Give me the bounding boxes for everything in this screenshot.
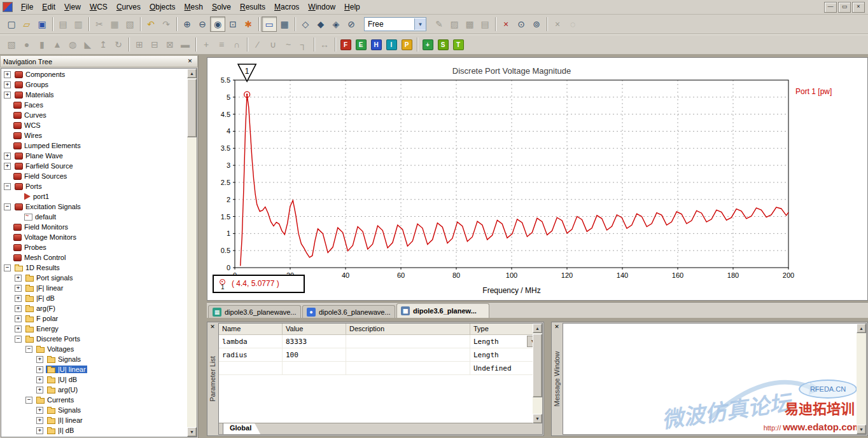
minimize-button[interactable]: — (824, 2, 837, 13)
message-scrollbar[interactable]: ▲ ▼ (857, 324, 866, 434)
parameter-row-lambda[interactable]: lambda83333Length▼ (219, 335, 542, 348)
scrollbar-thumb[interactable] (187, 79, 197, 137)
cell-value[interactable] (283, 362, 346, 374)
info-button[interactable]: ◌ (565, 17, 580, 32)
zoom-in-button[interactable]: ⊕ (179, 17, 195, 32)
scroll-down-icon[interactable]: ▼ (533, 414, 542, 423)
tree-item-materials[interactable]: +Materials (1, 90, 187, 100)
slice-tool-button[interactable]: ▬ (178, 37, 193, 52)
brick-tool-button[interactable]: ▧ (4, 37, 19, 52)
fit-view-button[interactable]: ⊡ (225, 17, 241, 32)
cell-name[interactable] (219, 362, 283, 374)
expand-icon[interactable]: + (15, 305, 22, 312)
collapse-icon[interactable]: − (15, 336, 22, 343)
tree-item-arg-f[interactable]: +arg(F) (1, 303, 187, 313)
cell-value[interactable]: 83333 (283, 335, 346, 348)
scroll-up-icon[interactable]: ▲ (857, 324, 866, 333)
expand-icon[interactable]: + (15, 295, 22, 302)
expand-icon[interactable]: + (15, 325, 22, 332)
cell-type[interactable]: Undefined (470, 362, 542, 374)
close-icon[interactable]: ✕ (553, 324, 561, 331)
tree-item-port1[interactable]: port1 (1, 191, 187, 202)
tree-item-curves[interactable]: Curves (1, 110, 187, 120)
tree-item-signals[interactable]: +Signals (1, 354, 187, 364)
extrude-tool-button[interactable]: ↥ (95, 37, 111, 52)
expand-icon[interactable]: + (4, 92, 11, 99)
tree-item-field-sources[interactable]: Field Sources (1, 171, 187, 181)
tree-item-default[interactable]: default (1, 212, 187, 222)
render-options-button[interactable]: ✱ (241, 17, 256, 32)
curve-spline-tool-button[interactable]: ~ (281, 37, 296, 52)
print-button[interactable]: ▤ (55, 17, 71, 32)
close-icon[interactable]: ✕ (185, 57, 195, 66)
expand-icon[interactable]: + (15, 315, 22, 322)
collapse-icon[interactable]: − (25, 346, 32, 353)
delete-item-button[interactable]: × (498, 17, 514, 32)
tree-item-f-linear[interactable]: +|F| linear (1, 283, 187, 293)
tree-scrollbar[interactable]: ▲ ▼ (187, 69, 197, 437)
column-header-name[interactable]: Name (219, 324, 283, 335)
sphere-tool-button[interactable]: ● (19, 37, 34, 52)
cell-description[interactable] (346, 348, 470, 361)
scroll-up-icon[interactable]: ▲ (533, 324, 542, 333)
align-wcs-button[interactable]: ⊚ (529, 17, 544, 32)
export-button[interactable]: ▥ (71, 17, 86, 32)
tree-item-energy[interactable]: +Energy (1, 324, 187, 334)
template-results-button[interactable]: T (451, 37, 466, 52)
hfield-monitor-button[interactable]: H (368, 37, 384, 52)
boolean-add-tool-button[interactable]: ⊞ (132, 37, 147, 52)
tab-global[interactable]: Global (223, 423, 260, 434)
expand-icon[interactable]: + (4, 163, 11, 170)
tree-item-components[interactable]: +Components (1, 69, 187, 79)
view-mode-combobox[interactable]: Free▼ (364, 17, 426, 31)
expand-icon[interactable]: + (15, 285, 22, 292)
wedge-tool-button[interactable]: ◣ (80, 37, 95, 52)
curve-marker-readout[interactable]: 1 ( 4.4, 5.0777 ) (213, 275, 305, 293)
tree-item-field-monitors[interactable]: Field Monitors (1, 222, 187, 232)
copy-button[interactable]: ▦ (107, 17, 122, 32)
expand-icon[interactable]: + (4, 153, 11, 160)
cell-type[interactable]: Length▼ (470, 335, 542, 348)
tree-item-signals[interactable]: +Signals (1, 405, 187, 415)
scroll-down-icon[interactable]: ▼ (857, 425, 866, 434)
efield-monitor-button[interactable]: E (353, 37, 368, 52)
tree-item-f-polar[interactable]: +F polar (1, 313, 187, 324)
tree-item-currents[interactable]: −Currents (1, 395, 187, 405)
collapse-icon[interactable]: − (4, 203, 11, 210)
menu-results[interactable]: Results (235, 1, 270, 13)
tree-item-i-linear[interactable]: +|I| linear (1, 415, 187, 425)
cell-name[interactable]: radius (219, 348, 283, 361)
measure-button[interactable]: ✎ (431, 17, 447, 32)
menu-objects[interactable]: Objects (145, 1, 180, 13)
expand-icon[interactable]: + (36, 427, 43, 434)
curve-trace-tool-button[interactable]: ┐ (296, 37, 311, 52)
parameter-scrollbar[interactable]: ▲ ▼ (533, 324, 542, 423)
cell-name[interactable]: lambda (219, 335, 283, 348)
expand-icon[interactable]: + (36, 356, 43, 363)
current-monitor-button[interactable]: I (384, 37, 399, 52)
save-file-button[interactable]: ▣ (34, 17, 50, 32)
tree-item-1d-results[interactable]: −1D Results (1, 263, 187, 273)
redo-button[interactable]: ↷ (158, 17, 174, 32)
boolean-intersect-tool-button[interactable]: ⊠ (162, 37, 178, 52)
blend-edge-tool-button[interactable]: ∩ (229, 37, 244, 52)
parameter-sweep-button[interactable]: S (435, 37, 451, 52)
local-wcs-button[interactable]: ⊙ (514, 17, 529, 32)
close-icon[interactable]: ✕ (209, 324, 216, 331)
cell-type[interactable]: Length (470, 348, 542, 361)
tree-item-discrete-ports[interactable]: −Discrete Ports (1, 334, 187, 344)
column-header-description[interactable]: Description (346, 324, 470, 335)
rotate-solid-tool-button[interactable]: ↻ (111, 37, 126, 52)
paste-button[interactable]: ▧ (122, 17, 137, 32)
tree-item-voltage-monitors[interactable]: Voltage Monitors (1, 232, 187, 242)
tree-item-u-linear[interactable]: +|U| linear (1, 364, 187, 374)
cell-description[interactable] (346, 362, 470, 374)
scroll-up-icon[interactable]: ▲ (187, 69, 197, 78)
tree-item-wcs[interactable]: WCS (1, 120, 187, 130)
expand-icon[interactable]: + (36, 407, 43, 414)
tree-item-wires[interactable]: Wires (1, 130, 187, 140)
restore-button[interactable]: ▭ (838, 2, 851, 13)
tree-item-ports[interactable]: −Ports (1, 181, 187, 191)
scroll-down-icon[interactable]: ▼ (187, 427, 197, 437)
menu-macros[interactable]: Macros (270, 1, 304, 13)
